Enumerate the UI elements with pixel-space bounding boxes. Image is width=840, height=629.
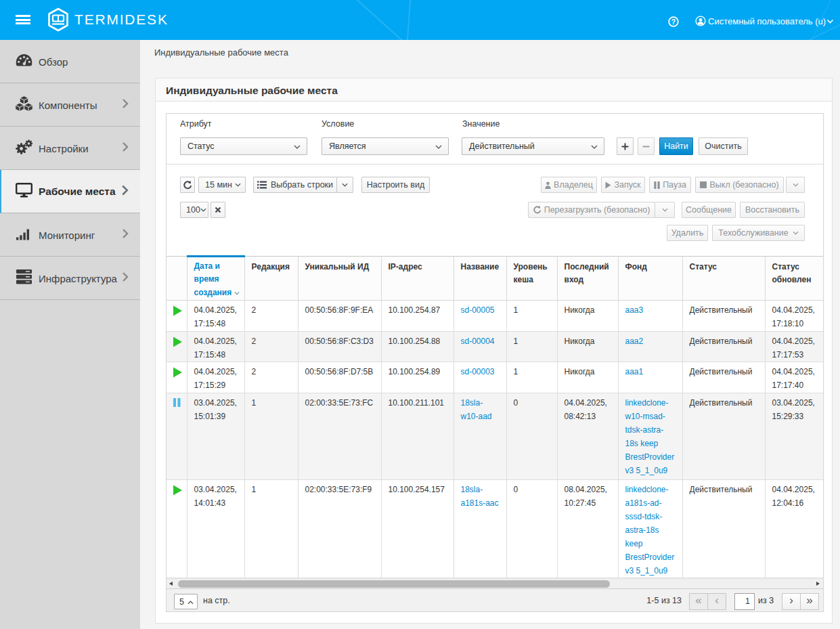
svg-text:?: ? [671,18,676,26]
